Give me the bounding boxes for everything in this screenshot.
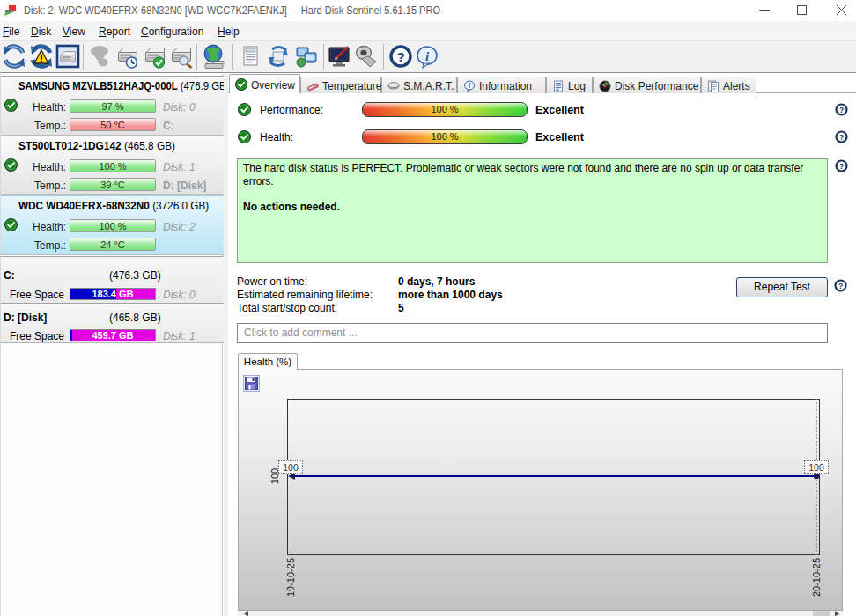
svg-text:?: ?: [396, 49, 404, 64]
